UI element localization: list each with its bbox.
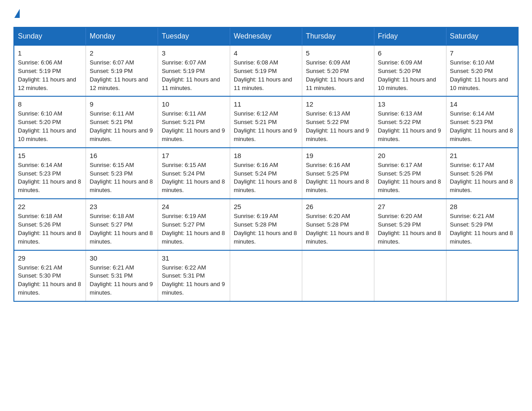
weekday-header-friday: Friday	[374, 27, 446, 45]
calendar-cell: 1 Sunrise: 6:06 AMSunset: 5:19 PMDayligh…	[14, 45, 86, 96]
calendar-cell: 29 Sunrise: 6:21 AMSunset: 5:30 PMDaylig…	[14, 250, 86, 301]
calendar-cell: 12 Sunrise: 6:13 AMSunset: 5:22 PMDaylig…	[302, 96, 374, 147]
calendar-cell: 22 Sunrise: 6:18 AMSunset: 5:26 PMDaylig…	[14, 199, 86, 250]
day-number: 1	[18, 49, 82, 57]
day-number: 11	[234, 100, 298, 108]
calendar-cell: 7 Sunrise: 6:10 AMSunset: 5:20 PMDayligh…	[446, 45, 518, 96]
day-number: 14	[450, 100, 514, 108]
day-number: 28	[450, 203, 514, 210]
day-info: Sunrise: 6:11 AMSunset: 5:21 PMDaylight:…	[90, 110, 154, 143]
calendar-table: SundayMondayTuesdayWednesdayThursdayFrid…	[13, 27, 519, 302]
day-info: Sunrise: 6:08 AMSunset: 5:19 PMDaylight:…	[234, 59, 298, 92]
day-number: 6	[378, 49, 442, 57]
day-number: 15	[18, 152, 82, 159]
day-number: 21	[450, 152, 514, 159]
day-info: Sunrise: 6:20 AMSunset: 5:28 PMDaylight:…	[306, 212, 370, 246]
day-number: 27	[378, 203, 442, 210]
day-info: Sunrise: 6:13 AMSunset: 5:22 PMDaylight:…	[378, 110, 442, 143]
logo-triangle-icon	[14, 9, 20, 18]
day-number: 17	[162, 152, 226, 159]
calendar-cell	[302, 250, 374, 301]
calendar-cell: 31 Sunrise: 6:22 AMSunset: 5:31 PMDaylig…	[158, 250, 230, 301]
calendar-week-row: 8 Sunrise: 6:10 AMSunset: 5:20 PMDayligh…	[14, 96, 518, 147]
day-info: Sunrise: 6:13 AMSunset: 5:22 PMDaylight:…	[306, 110, 370, 143]
calendar-cell: 19 Sunrise: 6:16 AMSunset: 5:25 PMDaylig…	[302, 148, 374, 199]
calendar-cell: 21 Sunrise: 6:17 AMSunset: 5:26 PMDaylig…	[446, 148, 518, 199]
day-number: 19	[306, 152, 370, 159]
day-info: Sunrise: 6:17 AMSunset: 5:25 PMDaylight:…	[378, 161, 442, 195]
day-number: 10	[162, 100, 226, 108]
day-number: 24	[162, 203, 226, 210]
day-info: Sunrise: 6:10 AMSunset: 5:20 PMDaylight:…	[18, 110, 82, 143]
day-number: 2	[90, 49, 154, 57]
day-info: Sunrise: 6:09 AMSunset: 5:20 PMDaylight:…	[306, 59, 370, 92]
calendar-week-row: 15 Sunrise: 6:14 AMSunset: 5:23 PMDaylig…	[14, 148, 518, 199]
weekday-header-sunday: Sunday	[14, 27, 86, 45]
calendar-cell: 27 Sunrise: 6:20 AMSunset: 5:29 PMDaylig…	[374, 199, 446, 250]
calendar-cell: 28 Sunrise: 6:21 AMSunset: 5:29 PMDaylig…	[446, 199, 518, 250]
day-number: 8	[18, 100, 82, 108]
calendar-cell: 2 Sunrise: 6:07 AMSunset: 5:19 PMDayligh…	[86, 45, 158, 96]
day-number: 26	[306, 203, 370, 210]
day-info: Sunrise: 6:19 AMSunset: 5:28 PMDaylight:…	[234, 212, 298, 246]
calendar-week-row: 22 Sunrise: 6:18 AMSunset: 5:26 PMDaylig…	[14, 199, 518, 250]
calendar-cell: 23 Sunrise: 6:18 AMSunset: 5:27 PMDaylig…	[86, 199, 158, 250]
day-info: Sunrise: 6:11 AMSunset: 5:21 PMDaylight:…	[162, 110, 226, 143]
calendar-cell	[230, 250, 302, 301]
day-number: 16	[90, 152, 154, 159]
day-number: 4	[234, 49, 298, 57]
day-info: Sunrise: 6:21 AMSunset: 5:31 PMDaylight:…	[90, 264, 154, 297]
calendar-cell: 25 Sunrise: 6:19 AMSunset: 5:28 PMDaylig…	[230, 199, 302, 250]
day-number: 5	[306, 49, 370, 57]
day-info: Sunrise: 6:20 AMSunset: 5:29 PMDaylight:…	[378, 212, 442, 246]
weekday-header-thursday: Thursday	[302, 27, 374, 45]
day-info: Sunrise: 6:18 AMSunset: 5:27 PMDaylight:…	[90, 212, 154, 246]
calendar-cell: 17 Sunrise: 6:15 AMSunset: 5:24 PMDaylig…	[158, 148, 230, 199]
calendar-cell: 8 Sunrise: 6:10 AMSunset: 5:20 PMDayligh…	[14, 96, 86, 147]
weekday-header-row: SundayMondayTuesdayWednesdayThursdayFrid…	[14, 27, 518, 45]
calendar-week-row: 29 Sunrise: 6:21 AMSunset: 5:30 PMDaylig…	[14, 250, 518, 301]
day-info: Sunrise: 6:21 AMSunset: 5:30 PMDaylight:…	[18, 264, 82, 297]
day-info: Sunrise: 6:19 AMSunset: 5:27 PMDaylight:…	[162, 212, 226, 246]
day-number: 29	[18, 254, 82, 262]
day-info: Sunrise: 6:22 AMSunset: 5:31 PMDaylight:…	[162, 264, 226, 297]
day-info: Sunrise: 6:12 AMSunset: 5:21 PMDaylight:…	[234, 110, 298, 143]
weekday-header-saturday: Saturday	[446, 27, 518, 45]
calendar-week-row: 1 Sunrise: 6:06 AMSunset: 5:19 PMDayligh…	[14, 45, 518, 96]
day-number: 31	[162, 254, 226, 262]
calendar-cell: 26 Sunrise: 6:20 AMSunset: 5:28 PMDaylig…	[302, 199, 374, 250]
calendar-cell: 24 Sunrise: 6:19 AMSunset: 5:27 PMDaylig…	[158, 199, 230, 250]
day-info: Sunrise: 6:16 AMSunset: 5:24 PMDaylight:…	[234, 161, 298, 195]
day-number: 9	[90, 100, 154, 108]
calendar-cell: 3 Sunrise: 6:07 AMSunset: 5:19 PMDayligh…	[158, 45, 230, 96]
day-number: 23	[90, 203, 154, 210]
calendar-cell: 6 Sunrise: 6:09 AMSunset: 5:20 PMDayligh…	[374, 45, 446, 96]
page-header	[13, 9, 519, 18]
calendar-cell: 16 Sunrise: 6:15 AMSunset: 5:23 PMDaylig…	[86, 148, 158, 199]
day-info: Sunrise: 6:14 AMSunset: 5:23 PMDaylight:…	[18, 161, 82, 195]
day-info: Sunrise: 6:07 AMSunset: 5:19 PMDaylight:…	[162, 59, 226, 92]
day-info: Sunrise: 6:21 AMSunset: 5:29 PMDaylight:…	[450, 212, 514, 246]
calendar-cell: 18 Sunrise: 6:16 AMSunset: 5:24 PMDaylig…	[230, 148, 302, 199]
calendar-cell: 9 Sunrise: 6:11 AMSunset: 5:21 PMDayligh…	[86, 96, 158, 147]
weekday-header-wednesday: Wednesday	[230, 27, 302, 45]
day-number: 13	[378, 100, 442, 108]
day-number: 22	[18, 203, 82, 210]
day-number: 7	[450, 49, 514, 57]
day-number: 3	[162, 49, 226, 57]
day-info: Sunrise: 6:16 AMSunset: 5:25 PMDaylight:…	[306, 161, 370, 195]
day-number: 12	[306, 100, 370, 108]
calendar-cell: 10 Sunrise: 6:11 AMSunset: 5:21 PMDaylig…	[158, 96, 230, 147]
day-number: 18	[234, 152, 298, 159]
calendar-cell: 4 Sunrise: 6:08 AMSunset: 5:19 PMDayligh…	[230, 45, 302, 96]
calendar-cell: 15 Sunrise: 6:14 AMSunset: 5:23 PMDaylig…	[14, 148, 86, 199]
calendar-cell: 14 Sunrise: 6:14 AMSunset: 5:23 PMDaylig…	[446, 96, 518, 147]
day-info: Sunrise: 6:15 AMSunset: 5:24 PMDaylight:…	[162, 161, 226, 195]
day-number: 30	[90, 254, 154, 262]
day-number: 20	[378, 152, 442, 159]
weekday-header-monday: Monday	[86, 27, 158, 45]
weekday-header-tuesday: Tuesday	[158, 27, 230, 45]
logo	[13, 9, 20, 18]
day-info: Sunrise: 6:17 AMSunset: 5:26 PMDaylight:…	[450, 161, 514, 195]
day-number: 25	[234, 203, 298, 210]
